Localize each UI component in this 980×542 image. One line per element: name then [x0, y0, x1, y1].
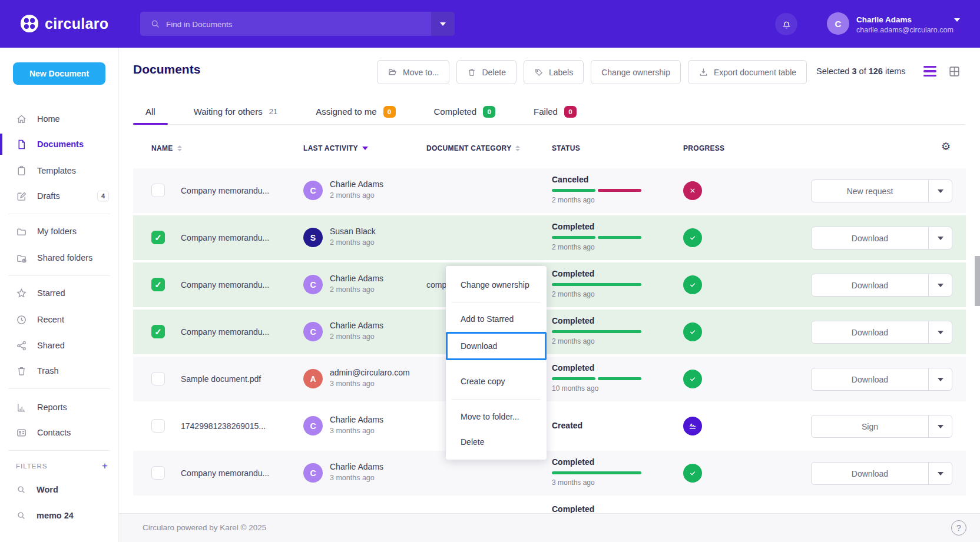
table-settings-gear-icon[interactable]: ⚙ — [941, 141, 951, 152]
row-checkbox[interactable] — [151, 372, 165, 385]
table-row[interactable]: Company memorandu... C Charlie Adams3 mo… — [133, 451, 966, 496]
search-placeholder: Find in Documents — [166, 20, 233, 29]
avatar: C — [303, 463, 323, 483]
list-view-toggle[interactable] — [923, 66, 936, 77]
sidebar-item-documents[interactable]: Documents — [0, 132, 118, 156]
labels-button[interactable]: Labels — [524, 60, 584, 84]
document-name[interactable]: Company memorandu... — [181, 327, 269, 337]
avatar: A — [303, 369, 323, 388]
search-scope-dropdown[interactable] — [431, 12, 455, 36]
action-dropdown-button[interactable] — [928, 463, 952, 484]
row-checkbox[interactable] — [151, 184, 165, 197]
document-name[interactable]: Company memorandu... — [181, 186, 269, 195]
column-header-name[interactable]: NAME — [151, 144, 182, 152]
sidebar-item-starred[interactable]: Starred — [0, 281, 118, 305]
tab-failed[interactable]: Failed 0 — [521, 99, 589, 124]
tab-assigned-to-me[interactable]: Assigned to me 0 — [303, 99, 408, 124]
table-row[interactable]: Company memorandu... C Charlie Adams2 mo… — [133, 168, 966, 213]
status-time: 3 months ago — [552, 478, 652, 487]
delete-button[interactable]: Delete — [456, 60, 516, 84]
column-header-document-category[interactable]: DOCUMENT CATEGORY — [426, 144, 520, 152]
row-checkbox[interactable] — [151, 325, 165, 338]
status-time: 2 months ago — [552, 243, 652, 251]
action-label[interactable]: New request — [812, 180, 928, 202]
sidebar-item-drafts[interactable]: Drafts 4 — [0, 184, 118, 208]
menu-item-add-to-starred[interactable]: Add to Starred — [461, 314, 514, 324]
row-checkbox[interactable] — [151, 231, 165, 244]
action-dropdown-button[interactable] — [928, 180, 952, 202]
table-row[interactable]: Company memorandu... S Susan Black2 mont… — [133, 215, 966, 260]
action-label[interactable]: Download — [812, 321, 928, 343]
action-label[interactable]: Download — [812, 463, 928, 484]
table-row[interactable]: Company memorandu... C Charlie Adams2 mo… — [133, 310, 966, 354]
progress-sign-icon — [683, 417, 702, 435]
sidebar-item-trash[interactable]: Trash — [0, 359, 118, 383]
help-button[interactable]: ? — [951, 520, 966, 536]
sidebar-item-recent[interactable]: Recent — [0, 308, 118, 331]
table-row[interactable]: 17429981238269015... C Charlie Adams3 mo… — [133, 404, 966, 448]
notifications-button[interactable] — [775, 13, 797, 35]
sidebar-item-contacts[interactable]: Contacts — [0, 421, 118, 444]
footer: Circularo powered by Karel © 2025 ? — [119, 513, 980, 542]
table-row[interactable]: Company memorandu... C Charlie Adams2 mo… — [133, 262, 966, 307]
action-label[interactable]: Sign — [812, 415, 928, 437]
caret-down-icon — [440, 22, 446, 26]
change-ownership-button[interactable]: Change ownership — [591, 60, 681, 84]
actor-name: Charlie Adams — [330, 274, 383, 283]
grid-view-toggle[interactable] — [948, 65, 961, 78]
action-dropdown-button[interactable] — [928, 274, 952, 296]
document-name[interactable]: Company memorandu... — [181, 233, 269, 242]
new-document-button[interactable]: New Document — [13, 62, 105, 85]
document-name[interactable]: Company memorandu... — [181, 468, 269, 478]
table-row[interactable]: Sample document.pdf A admin@circularo.co… — [133, 357, 966, 401]
actor-name: Charlie Adams — [330, 415, 383, 424]
sidebar-item-shared[interactable]: Shared — [0, 334, 118, 357]
row-checkbox[interactable] — [151, 278, 165, 291]
action-dropdown-button[interactable] — [928, 321, 952, 343]
column-header-last-activity[interactable]: LAST ACTIVITY — [303, 144, 368, 152]
menu-item-create-copy[interactable]: Create copy — [461, 377, 505, 386]
action-label[interactable]: Download — [812, 274, 928, 296]
sidebar-item-label: Home — [37, 114, 60, 124]
sidebar-item-reports[interactable]: Reports — [0, 395, 118, 419]
menu-item-move-to-folder[interactable]: Move to folder... — [461, 412, 519, 421]
menu-divider — [452, 399, 541, 400]
caret-down-icon — [938, 284, 943, 287]
vertical-scrollbar-thumb[interactable] — [975, 256, 980, 306]
menu-item-delete[interactable]: Delete — [461, 437, 484, 447]
circularo-logo-icon[interactable] — [19, 14, 39, 34]
tab-waiting-for-others[interactable]: Waiting for others 21 — [181, 99, 290, 124]
action-dropdown-button[interactable] — [928, 415, 952, 437]
sort-icon — [177, 145, 182, 151]
tab-all[interactable]: All — [133, 99, 168, 124]
sidebar-item-my-folders[interactable]: My folders — [0, 220, 118, 243]
progress-bar — [552, 471, 641, 474]
tab-label: Completed — [434, 107, 477, 117]
sidebar-item-shared-folders[interactable]: Shared folders — [0, 246, 118, 270]
action-dropdown-button[interactable] — [928, 227, 952, 249]
document-name[interactable]: Sample document.pdf — [181, 374, 261, 384]
export-table-button[interactable]: Export document table — [688, 60, 807, 84]
user-menu-button[interactable] — [954, 22, 960, 32]
user-avatar[interactable]: C — [827, 12, 849, 35]
row-checkbox[interactable] — [151, 466, 165, 480]
document-name[interactable]: Company memorandu... — [181, 280, 269, 290]
tab-badge: 0 — [383, 106, 396, 118]
move-to-button[interactable]: Move to... — [377, 60, 449, 84]
sidebar-filter-word[interactable]: Word — [0, 478, 118, 501]
row-checkbox[interactable] — [151, 419, 165, 433]
action-dropdown-button[interactable] — [928, 368, 952, 390]
document-name[interactable]: 17429981238269015... — [181, 421, 266, 431]
action-label[interactable]: Download — [812, 227, 928, 249]
action-label[interactable]: Download — [812, 368, 928, 390]
menu-item-change-ownership[interactable]: Change ownership — [461, 280, 529, 290]
global-search-input[interactable]: Find in Documents — [140, 12, 455, 36]
sidebar-item-templates[interactable]: Templates — [0, 159, 118, 182]
sidebar-filter-memo24[interactable]: memo 24 — [0, 504, 118, 527]
sidebar-item-label: Contacts — [37, 428, 71, 437]
status-cell: Canceled 2 months ago — [552, 175, 652, 204]
tab-completed[interactable]: Completed 0 — [422, 99, 508, 124]
add-filter-button[interactable]: + — [102, 461, 108, 471]
menu-item-download[interactable]: Download — [446, 332, 547, 360]
sidebar-item-home[interactable]: Home — [0, 107, 118, 131]
